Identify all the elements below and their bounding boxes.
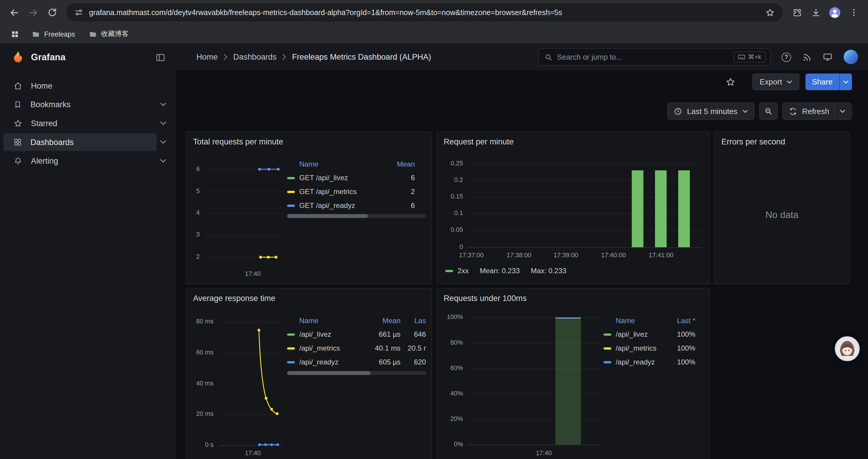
- legend-table: Name Last * /api/_livez 100% /api/_metri…: [603, 313, 695, 369]
- chevron-down-icon[interactable]: [160, 140, 166, 144]
- share-button[interactable]: Share: [805, 73, 852, 90]
- series-mean: 40.1 ms: [365, 344, 401, 352]
- panel-title[interactable]: Total requests per minute: [186, 132, 432, 151]
- series-name[interactable]: /api/_livez: [616, 330, 664, 338]
- chevron-right-icon: [223, 54, 228, 60]
- address-bar[interactable]: [66, 3, 783, 22]
- series-mean: 661 µs: [365, 330, 401, 338]
- series-name[interactable]: /api/_readyz: [616, 358, 664, 366]
- user-avatar[interactable]: [844, 50, 858, 64]
- legend-col-name[interactable]: Name: [616, 316, 635, 324]
- zoom-out-button[interactable]: [759, 102, 778, 120]
- chevron-down-icon[interactable]: [160, 159, 166, 163]
- downloads-icon[interactable]: [807, 4, 825, 21]
- panel-title[interactable]: Average response time: [186, 289, 432, 307]
- refresh-button[interactable]: Refresh: [782, 102, 852, 120]
- brand-name: Grafana: [31, 52, 66, 63]
- legend-col-name[interactable]: Name: [299, 160, 318, 168]
- sidebar-item-starred[interactable]: Starred: [0, 114, 176, 133]
- series-name[interactable]: /api/_readyz: [299, 358, 365, 366]
- shortcut-hint: ⌘+k: [734, 52, 766, 62]
- apps-grid-icon[interactable]: [8, 27, 22, 41]
- sidebar-item-bookmarks[interactable]: Bookmarks: [0, 95, 176, 114]
- series-name[interactable]: /api/_metrics: [299, 344, 365, 352]
- sidebar-item-label: Starred: [31, 119, 57, 128]
- series-mean: 6: [382, 174, 415, 182]
- series-swatch: [287, 191, 295, 193]
- x-axis-tick: 17:40: [236, 270, 270, 277]
- series-name[interactable]: 2xx: [458, 267, 469, 275]
- reload-icon[interactable]: [43, 4, 61, 21]
- panel-title[interactable]: Requests under 100ms: [437, 289, 709, 307]
- home-icon: [13, 81, 23, 90]
- series-last: 100%: [664, 358, 695, 366]
- url-input[interactable]: [89, 8, 759, 17]
- gridline: [467, 230, 702, 231]
- breadcrumb-dashboards[interactable]: Dashboards: [234, 53, 277, 61]
- sidebar-item-alerting[interactable]: Alerting: [0, 152, 176, 170]
- series-swatch: [287, 177, 295, 179]
- share-dropdown-icon[interactable]: [839, 73, 852, 90]
- help-icon[interactable]: ?: [782, 52, 791, 62]
- browser-menu-icon[interactable]: [845, 4, 862, 21]
- favorite-star-icon[interactable]: [722, 73, 739, 90]
- bookmark-item-freeleaps[interactable]: Freeleaps: [28, 28, 79, 40]
- legend-row: GET /api/_readyz 6: [287, 198, 415, 212]
- collapse-sidebar-icon[interactable]: [155, 52, 165, 62]
- series-swatch: [287, 361, 295, 363]
- panel-title[interactable]: Request per minute: [437, 132, 709, 151]
- search-input[interactable]: [557, 53, 729, 61]
- legend-col-last[interactable]: Last *: [664, 316, 695, 324]
- bookmark-item-blogs[interactable]: 收藏博客: [85, 28, 133, 40]
- legend-col-last[interactable]: Las: [401, 316, 426, 324]
- x-axis-tick: 17:40: [527, 450, 560, 456]
- time-controls: Last 5 minutes Refresh: [176, 101, 868, 121]
- legend-scrollbar[interactable]: [287, 214, 426, 218]
- chevron-down-icon: [786, 80, 792, 84]
- dashboard-actions: Export Share: [176, 71, 868, 93]
- legend-col-mean[interactable]: Mean: [365, 316, 401, 324]
- breadcrumb-home[interactable]: Home: [196, 53, 218, 61]
- chevron-down-icon[interactable]: [160, 102, 166, 107]
- extensions-icon[interactable]: [788, 4, 806, 21]
- series-mean: 605 µs: [365, 358, 401, 366]
- export-button[interactable]: Export: [752, 73, 799, 90]
- series-name[interactable]: /api/_metrics: [616, 344, 664, 352]
- sidebar-nav: Home Bookmarks Starred Dashboards: [0, 71, 176, 170]
- chevron-down-icon[interactable]: [160, 121, 166, 126]
- back-icon[interactable]: [6, 4, 23, 21]
- sidebar-item-home[interactable]: Home: [0, 76, 176, 95]
- kiosk-monitor-icon[interactable]: [823, 52, 833, 62]
- bar-100-percent: [555, 318, 581, 445]
- x-axis-tick: 17:39:00: [547, 252, 585, 258]
- grafana-logo[interactable]: [11, 50, 25, 64]
- series-last: 646: [401, 330, 426, 338]
- legend-col-mean[interactable]: Mean: [382, 160, 415, 168]
- series-swatch: [287, 333, 295, 335]
- gridline: [467, 197, 702, 198]
- search-box[interactable]: ⌘+k: [538, 48, 771, 66]
- series-name[interactable]: /api/_livez: [299, 330, 365, 338]
- no-data-message: No data: [715, 210, 849, 221]
- series-mean: 2: [382, 188, 415, 196]
- series-swatch: [603, 361, 611, 363]
- sidebar-item-dashboards[interactable]: Dashboards: [0, 133, 176, 152]
- series-name[interactable]: GET /api/_metrics: [299, 188, 382, 196]
- bookmark-star-icon[interactable]: [765, 7, 775, 18]
- panel-title[interactable]: Errors per second: [715, 132, 849, 151]
- time-range-picker[interactable]: Last 5 minutes: [667, 102, 754, 120]
- series-last: 100%: [664, 330, 695, 338]
- legend-col-name[interactable]: Name: [299, 316, 318, 324]
- site-settings-icon[interactable]: [74, 8, 84, 17]
- series-last: 100%: [664, 344, 695, 352]
- series-name[interactable]: GET /api/_readyz: [299, 201, 382, 210]
- assistant-avatar[interactable]: [835, 336, 860, 361]
- sidebar: Grafana Home Bookmarks Starred: [0, 44, 176, 459]
- series-name[interactable]: GET /api/_livez: [299, 174, 382, 182]
- news-rss-icon[interactable]: [802, 52, 812, 62]
- clock-icon: [674, 107, 682, 115]
- forward-icon[interactable]: [24, 4, 42, 21]
- refresh-interval-dropdown[interactable]: [840, 109, 845, 113]
- legend-scrollbar[interactable]: [287, 371, 426, 375]
- profile-avatar[interactable]: [826, 4, 844, 21]
